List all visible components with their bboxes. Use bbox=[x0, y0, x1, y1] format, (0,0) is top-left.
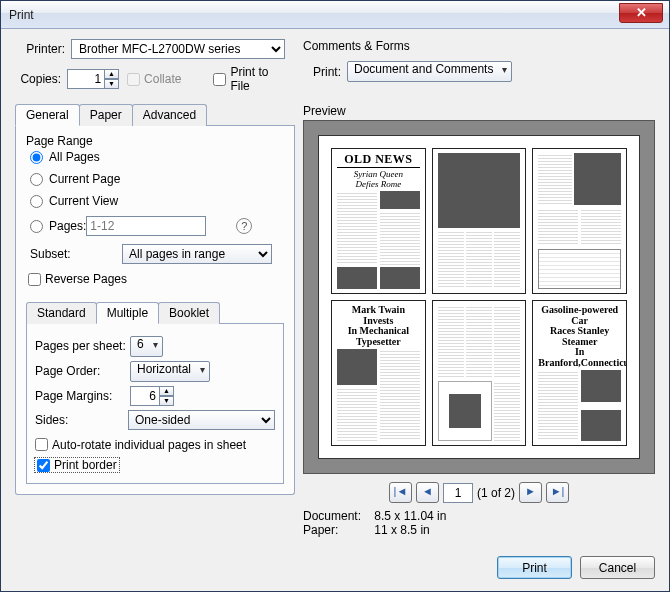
page-margins-label: Page Margins: bbox=[35, 389, 130, 403]
right-column: Comments & Forms Print: Document and Com… bbox=[303, 39, 655, 543]
page-margins-spinner[interactable]: ▲ ▼ bbox=[130, 386, 174, 406]
content: Printer: Brother MFC-L2700DW series Copi… bbox=[1, 29, 669, 591]
close-button[interactable]: ✕ bbox=[619, 3, 663, 23]
nav-next-button[interactable]: ► bbox=[519, 482, 542, 503]
tab-booklet[interactable]: Booklet bbox=[158, 302, 220, 324]
page-margins-input[interactable] bbox=[130, 386, 160, 406]
doc-size-label: Document: bbox=[303, 509, 371, 523]
help-icon[interactable]: ? bbox=[236, 218, 252, 234]
page-order-label: Page Order: bbox=[35, 364, 130, 378]
paper-size-value: 11 x 8.5 in bbox=[374, 523, 429, 537]
general-panel: Page Range All Pages Current Page Curren… bbox=[15, 126, 295, 495]
preview-page-2 bbox=[432, 148, 527, 294]
tab-multiple[interactable]: Multiple bbox=[96, 302, 159, 324]
radio-pages[interactable] bbox=[30, 220, 43, 233]
radio-current-view[interactable] bbox=[30, 195, 43, 208]
radio-all-pages[interactable] bbox=[30, 151, 43, 164]
window-title: Print bbox=[9, 8, 34, 22]
print-button[interactable]: Print bbox=[497, 556, 572, 579]
comments-forms-group: Comments & Forms bbox=[303, 39, 655, 53]
print-dialog: Print ✕ Printer: Brother MFC-L2700DW ser… bbox=[0, 0, 670, 592]
cancel-button[interactable]: Cancel bbox=[580, 556, 655, 579]
button-row: Print Cancel bbox=[497, 556, 655, 579]
sub-tabs: Standard Multiple Booklet bbox=[26, 301, 284, 324]
preview-area: OLD NEWS Syrian Queen Defies Rome bbox=[303, 120, 655, 474]
subset-select[interactable]: All pages in range bbox=[122, 244, 272, 264]
nav-page-of: (1 of 2) bbox=[477, 486, 515, 500]
copies-down-icon[interactable]: ▼ bbox=[104, 79, 119, 89]
printer-select[interactable]: Brother MFC-L2700DW series bbox=[71, 39, 285, 59]
preview-sheet: OLD NEWS Syrian Queen Defies Rome bbox=[318, 135, 640, 459]
tab-general[interactable]: General bbox=[15, 104, 80, 126]
sides-label: Sides: bbox=[35, 413, 128, 427]
titlebar: Print ✕ bbox=[1, 1, 669, 29]
left-column: Printer: Brother MFC-L2700DW series Copi… bbox=[15, 39, 295, 495]
page-order-select[interactable]: Horizontal bbox=[130, 361, 210, 382]
margins-up-icon[interactable]: ▲ bbox=[159, 386, 174, 396]
subset-label: Subset: bbox=[30, 247, 122, 261]
collate-checkbox: Collate bbox=[127, 72, 181, 86]
preview-label: Preview bbox=[303, 104, 655, 118]
page-range-group: Page Range bbox=[26, 134, 284, 148]
auto-rotate-checkbox[interactable]: Auto-rotate individual pages in sheet bbox=[35, 438, 246, 452]
preview-page-6: Gasoline-powered Car Races Stanley Steam… bbox=[532, 300, 627, 446]
nav-prev-button[interactable]: ◄ bbox=[416, 482, 439, 503]
preview-page-5 bbox=[432, 300, 527, 446]
tab-paper[interactable]: Paper bbox=[79, 104, 133, 126]
doc-size-value: 8.5 x 11.04 in bbox=[374, 509, 446, 523]
nav-last-button[interactable]: ►| bbox=[546, 482, 569, 503]
copies-up-icon[interactable]: ▲ bbox=[104, 69, 119, 79]
nav-first-button[interactable]: |◄ bbox=[389, 482, 412, 503]
multiple-panel: Pages per sheet: 6 Page Order: Horizonta… bbox=[26, 324, 284, 484]
cf-print-select[interactable]: Document and Comments bbox=[347, 61, 512, 82]
main-tabs: General Paper Advanced bbox=[15, 103, 295, 126]
preview-page-4: Mark Twain Invests In Mechanical Typeset… bbox=[331, 300, 426, 446]
reverse-pages-checkbox[interactable]: Reverse Pages bbox=[28, 272, 127, 286]
sides-select[interactable]: One-sided bbox=[128, 410, 275, 430]
copies-input[interactable] bbox=[67, 69, 105, 89]
tab-standard[interactable]: Standard bbox=[26, 302, 97, 324]
pps-label: Pages per sheet: bbox=[35, 339, 130, 353]
nav-page-input[interactable] bbox=[443, 483, 473, 503]
print-to-file-checkbox[interactable]: Print to File bbox=[213, 65, 285, 93]
paper-size-label: Paper: bbox=[303, 523, 371, 537]
copies-label: Copies: bbox=[15, 72, 61, 86]
preview-page-1: OLD NEWS Syrian Queen Defies Rome bbox=[331, 148, 426, 294]
print-border-checkbox[interactable]: Print border bbox=[35, 458, 119, 472]
cf-print-label: Print: bbox=[313, 65, 341, 79]
tab-advanced[interactable]: Advanced bbox=[132, 104, 207, 126]
pps-select[interactable]: 6 bbox=[130, 336, 163, 357]
printer-label: Printer: bbox=[15, 42, 65, 56]
margins-down-icon[interactable]: ▼ bbox=[159, 396, 174, 406]
radio-current-page[interactable] bbox=[30, 173, 43, 186]
preview-page-3 bbox=[532, 148, 627, 294]
copies-spinner[interactable]: ▲ ▼ bbox=[67, 69, 119, 89]
pages-input[interactable] bbox=[86, 216, 206, 236]
preview-nav: |◄ ◄ (1 of 2) ► ►| bbox=[303, 482, 655, 503]
